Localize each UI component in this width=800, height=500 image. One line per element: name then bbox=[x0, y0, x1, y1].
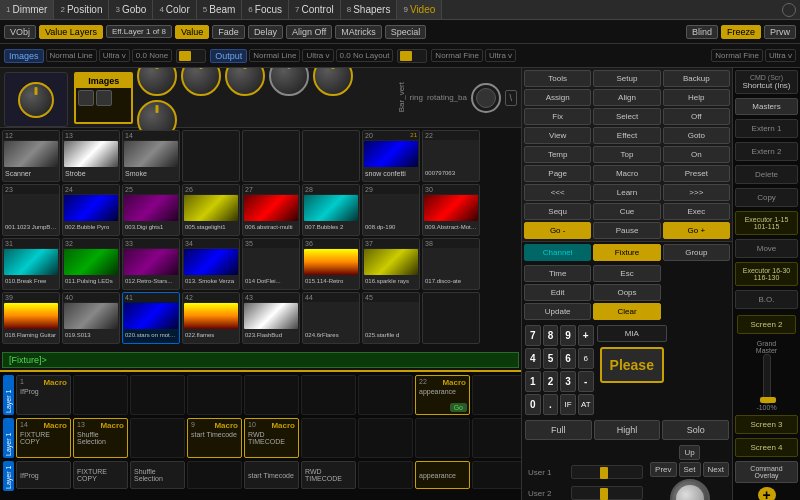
tools-button[interactable]: Tools bbox=[524, 70, 591, 87]
align-off-button[interactable]: Align Off bbox=[286, 25, 332, 39]
temp-button[interactable]: Temp bbox=[524, 146, 591, 163]
executor-1-button[interactable]: Executor 1-15 101-115 bbox=[735, 211, 798, 235]
images-fixture-cell[interactable]: Images bbox=[74, 72, 133, 124]
time-button[interactable]: Time bbox=[524, 265, 591, 282]
macro-22-go[interactable]: Go bbox=[450, 403, 467, 412]
fixture-cell-break[interactable]: 31 010.Break Free bbox=[2, 238, 60, 290]
set-button[interactable]: Set bbox=[679, 462, 701, 477]
encoder-knob-3[interactable] bbox=[181, 68, 221, 96]
cmd-overlay-button[interactable]: Command Overlay bbox=[735, 461, 798, 483]
bo-button[interactable]: B.O. bbox=[735, 290, 798, 309]
update-button[interactable]: Update bbox=[524, 303, 591, 320]
exec-button[interactable]: Exec bbox=[663, 203, 730, 220]
view-button[interactable]: View bbox=[524, 127, 591, 144]
top-button[interactable]: Top bbox=[593, 146, 660, 163]
num-8[interactable]: 8 bbox=[543, 325, 559, 346]
prev-button[interactable]: Prev bbox=[650, 462, 676, 477]
select-button[interactable]: Select bbox=[593, 108, 660, 125]
num-at[interactable]: AT bbox=[578, 394, 594, 415]
mia-button[interactable]: MIA bbox=[597, 325, 667, 342]
menu-gobo[interactable]: 3 Gobo bbox=[109, 0, 153, 19]
group-button[interactable]: Group bbox=[663, 244, 730, 261]
num-minus[interactable]: - bbox=[578, 371, 594, 392]
num-2[interactable]: 2 bbox=[543, 371, 559, 392]
on-button[interactable]: On bbox=[663, 146, 730, 163]
clear-button[interactable]: Clear bbox=[593, 303, 660, 320]
encoder-knob-5[interactable] bbox=[269, 68, 309, 96]
menu-video[interactable]: 9 Video bbox=[397, 0, 442, 19]
prev-cue-button[interactable]: <<< bbox=[524, 184, 591, 201]
fix-button[interactable]: Fix bbox=[524, 108, 591, 125]
menu-color[interactable]: 4 Color bbox=[153, 0, 196, 19]
setup-button[interactable]: Setup bbox=[593, 70, 660, 87]
fixture-cell-smoke[interactable]: 14 Smoke bbox=[122, 130, 180, 182]
num-6[interactable]: 6 bbox=[560, 348, 576, 369]
fixture-cell-retro[interactable]: 33 012.Retro-Stars... bbox=[122, 238, 180, 290]
fixture-cell-flames[interactable]: 42 022.flames bbox=[182, 292, 240, 344]
vobj-button[interactable]: VObj bbox=[4, 25, 36, 39]
fixture-cell-sparkle[interactable]: 37 016.sparkle rays bbox=[362, 238, 420, 290]
matricks-button[interactable]: MAtricks bbox=[335, 25, 382, 39]
user2-fader[interactable] bbox=[571, 486, 643, 500]
channel-button[interactable]: Channel bbox=[524, 244, 591, 261]
prvw-button[interactable]: Prvw bbox=[764, 25, 796, 39]
fixture-cell-flare[interactable]: 44 024.6rFlares bbox=[302, 292, 360, 344]
macro-cell-14[interactable]: 14Macro FIXTURE COPY bbox=[16, 418, 71, 458]
fixture-cell-digi[interactable]: 25 003.Digi ghts1 bbox=[122, 184, 180, 236]
screen4-button[interactable]: Screen 4 bbox=[735, 438, 798, 457]
macro-cell-1[interactable]: 1Macro IfProg bbox=[16, 375, 71, 415]
fade-button[interactable]: Fade bbox=[212, 25, 245, 39]
pause-button[interactable]: Pause bbox=[593, 222, 660, 239]
menu-shapers[interactable]: 8 Shapers bbox=[341, 0, 398, 19]
fixture-cell-scanner[interactable]: 12 Scanner bbox=[2, 130, 60, 182]
num-7[interactable]: 7 bbox=[525, 325, 541, 346]
joystick[interactable] bbox=[670, 479, 710, 500]
full-button[interactable]: Full bbox=[525, 420, 592, 440]
effect-button[interactable]: Effect bbox=[593, 127, 660, 144]
highl-button[interactable]: Highl bbox=[594, 420, 661, 440]
fixture-cell-strobe[interactable]: 13 Strobe bbox=[62, 130, 120, 182]
menu-dimmer[interactable]: 1 Dimmer bbox=[0, 0, 54, 19]
num-9[interactable]: 9 bbox=[560, 325, 576, 346]
plus-button[interactable]: + bbox=[758, 487, 776, 500]
sequ-button[interactable]: Sequ bbox=[524, 203, 591, 220]
move-button[interactable]: Move bbox=[735, 239, 798, 258]
copy-button[interactable]: Copy bbox=[735, 188, 798, 207]
encoder-knob-4[interactable] bbox=[225, 68, 265, 96]
macro-cell-10[interactable]: 10Macro RWD TIMECODE bbox=[244, 418, 299, 458]
fixture-cell-stage[interactable]: 26 005.stagelight1 bbox=[182, 184, 240, 236]
fixture-cell-abstract2[interactable]: 30 009.Abstract-Motion bbox=[422, 184, 480, 236]
next-button[interactable]: Next bbox=[703, 462, 729, 477]
help-button[interactable]: Help bbox=[663, 89, 730, 106]
num-plus[interactable]: + bbox=[578, 325, 594, 346]
go-plus-button[interactable]: Go + bbox=[663, 222, 730, 239]
up-button[interactable]: Up bbox=[679, 445, 699, 460]
macro-button[interactable]: Macro bbox=[593, 165, 660, 182]
fixture-cell-snow[interactable]: 2021 snow confetti bbox=[362, 130, 420, 182]
goto-button[interactable]: Goto bbox=[663, 127, 730, 144]
oops-button[interactable]: Oops bbox=[593, 284, 660, 301]
fixture-cell-114[interactable]: 36 015.114-Retro bbox=[302, 238, 360, 290]
freeze-button[interactable]: Freeze bbox=[721, 25, 761, 39]
fixture-button[interactable]: Fixture bbox=[593, 244, 660, 261]
macro-cell-22[interactable]: 22Macro appearance Go bbox=[415, 375, 470, 415]
next-cue-button[interactable]: >>> bbox=[663, 184, 730, 201]
please-button[interactable]: Please bbox=[600, 347, 664, 383]
fixture-cell-disco[interactable]: 38 017.disco-ate bbox=[422, 238, 480, 290]
num-dot[interactable]: . bbox=[543, 394, 559, 415]
encoder-knob-2[interactable] bbox=[137, 68, 177, 96]
align-button[interactable]: Align bbox=[593, 89, 660, 106]
value-button[interactable]: Value bbox=[175, 25, 209, 39]
fixture-cell-dp190[interactable]: 29 008.dp-190 bbox=[362, 184, 420, 236]
extern1-button[interactable]: Extern 1 bbox=[735, 119, 798, 138]
num-1[interactable]: 1 bbox=[525, 371, 541, 392]
masters-button[interactable]: Masters bbox=[735, 98, 798, 115]
backup-button[interactable]: Backup bbox=[663, 70, 730, 87]
num-5[interactable]: 5 bbox=[543, 348, 559, 369]
solo-button[interactable]: Solo bbox=[662, 420, 729, 440]
learn-button[interactable]: Learn bbox=[593, 184, 660, 201]
fixture-cell-flash[interactable]: 43 023.FlashBud bbox=[242, 292, 300, 344]
assign-button[interactable]: Assign bbox=[524, 89, 591, 106]
fixture-cell-dot[interactable]: 35 014 DotFlei... bbox=[242, 238, 300, 290]
value-layers-button[interactable]: Value Layers bbox=[39, 25, 103, 39]
